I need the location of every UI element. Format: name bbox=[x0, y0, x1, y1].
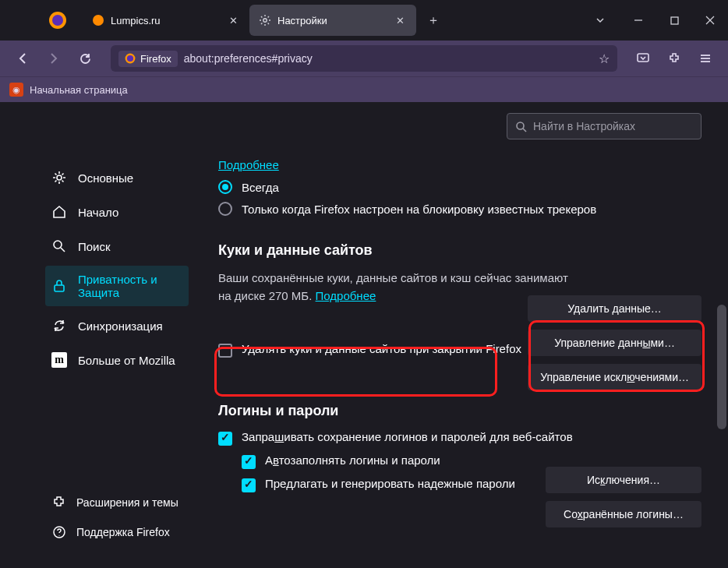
tab-title: Настройки bbox=[277, 15, 387, 26]
nav-toolbar: Firefox about:preferences#privacy ☆ bbox=[0, 41, 728, 76]
logins-buttons: Исключения… Сохранённые логины… bbox=[546, 467, 701, 527]
gear-icon bbox=[259, 14, 271, 26]
bookmark-label[interactable]: Начальная страница bbox=[30, 84, 128, 96]
checkbox-label: Запрашивать сохранение логинов и паролей… bbox=[242, 430, 573, 443]
radio-only-known[interactable]: Только когда Firefox настроен на блокиро… bbox=[218, 202, 701, 216]
scrollbar[interactable] bbox=[717, 211, 726, 563]
svg-line-15 bbox=[523, 129, 526, 132]
svg-point-1 bbox=[52, 15, 63, 26]
sidebar-item-privacy[interactable]: Приватность и Защита bbox=[45, 266, 189, 306]
search-icon bbox=[515, 121, 527, 132]
back-button[interactable] bbox=[9, 45, 36, 72]
titlebar: Lumpics.ru ✕ Настройки ✕ ＋ bbox=[0, 0, 728, 41]
checkbox-icon bbox=[218, 344, 232, 358]
sidebar-item-search[interactable]: Поиск bbox=[45, 231, 189, 261]
svg-rect-10 bbox=[638, 54, 648, 62]
svg-point-9 bbox=[127, 55, 133, 62]
url-text: about:preferences#privacy bbox=[184, 52, 592, 65]
radio-icon bbox=[218, 180, 232, 194]
logins-heading: Логины и пароли bbox=[218, 403, 701, 419]
tab-lumpics[interactable]: Lumpics.ru ✕ bbox=[83, 5, 249, 36]
tracking-more-link[interactable]: Подробнее bbox=[218, 158, 279, 171]
puzzle-icon bbox=[51, 495, 67, 510]
manage-exceptions-button[interactable]: Управление исключениями… bbox=[528, 364, 701, 390]
close-window-button[interactable] bbox=[692, 6, 728, 34]
svg-point-2 bbox=[93, 15, 104, 26]
home-icon bbox=[51, 204, 67, 220]
settings-search-wrap: Найти в Настройках bbox=[507, 113, 701, 139]
lock-icon bbox=[51, 278, 67, 294]
checkbox-label: Автозаполнять логины и пароли bbox=[265, 453, 440, 467]
menu-icon[interactable] bbox=[692, 45, 719, 72]
cookies-more-link[interactable]: Подробнее bbox=[316, 289, 376, 302]
sidebar-item-home[interactable]: Начало bbox=[45, 197, 189, 227]
help-icon bbox=[51, 524, 67, 540]
firefox-badge: Firefox bbox=[118, 51, 178, 67]
bookmarks-bar: ◉ Начальная страница bbox=[0, 76, 728, 102]
url-bar[interactable]: Firefox about:preferences#privacy ☆ bbox=[111, 45, 617, 72]
settings-main: Подробнее Всегда Только когда Firefox на… bbox=[203, 102, 728, 568]
sidebar-label: Синхронизация bbox=[78, 319, 163, 333]
sync-icon bbox=[51, 318, 67, 333]
minimize-button[interactable] bbox=[620, 6, 656, 34]
maximize-button[interactable] bbox=[656, 6, 692, 34]
checkbox-label: Удалять куки и данные сайтов при закрыти… bbox=[242, 342, 521, 355]
firefox-app-icon bbox=[47, 9, 69, 31]
close-icon[interactable]: ✕ bbox=[226, 13, 240, 27]
forward-button[interactable] bbox=[41, 45, 67, 72]
close-icon[interactable]: ✕ bbox=[393, 13, 407, 27]
checkbox-icon bbox=[242, 478, 256, 492]
logins-exceptions-button[interactable]: Исключения… bbox=[546, 467, 701, 493]
sidebar-item-sync[interactable]: Синхронизация bbox=[45, 311, 189, 340]
sidebar-label: Расширения и темы bbox=[76, 496, 178, 509]
sidebar-item-support[interactable]: Поддержка Firefox bbox=[45, 520, 185, 545]
sidebar-bottom: Расширения и темы Поддержка Firefox bbox=[45, 490, 185, 545]
settings-content: Найти в Настройках Основные Начало Поиск… bbox=[0, 102, 728, 568]
sidebar-label: Поиск bbox=[78, 240, 111, 253]
pocket-icon[interactable] bbox=[630, 45, 656, 72]
checkbox-label: Предлагать и генерировать надежные парол… bbox=[265, 477, 515, 490]
checkbox-icon bbox=[218, 432, 232, 446]
radio-label: Всегда bbox=[242, 181, 279, 194]
sidebar-label: Больше от Mozilla bbox=[78, 354, 175, 367]
tabs-dropdown-icon[interactable] bbox=[586, 6, 614, 34]
home-bookmark-icon: ◉ bbox=[9, 83, 23, 97]
radio-always[interactable]: Всегда bbox=[218, 180, 701, 194]
reload-button[interactable] bbox=[72, 45, 98, 72]
sidebar-item-extensions[interactable]: Расширения и темы bbox=[45, 490, 185, 515]
favicon-lumpics bbox=[92, 14, 104, 26]
svg-point-16 bbox=[57, 175, 62, 180]
tab-settings[interactable]: Настройки ✕ bbox=[249, 5, 416, 36]
search-icon bbox=[51, 238, 67, 254]
ask-save-logins-checkbox[interactable]: Запрашивать сохранение логинов и паролей… bbox=[218, 430, 624, 446]
extensions-icon[interactable] bbox=[661, 45, 687, 72]
checkbox-icon bbox=[242, 455, 256, 469]
saved-logins-button[interactable]: Сохранённые логины… bbox=[546, 501, 701, 527]
sidebar-item-mozilla[interactable]: m Больше от Mozilla bbox=[45, 345, 189, 375]
gear-icon bbox=[51, 170, 67, 185]
tab-title: Lumpics.ru bbox=[111, 15, 220, 26]
sidebar-label: Приватность и Защита bbox=[78, 273, 182, 299]
svg-point-14 bbox=[517, 122, 524, 129]
settings-search[interactable]: Найти в Настройках bbox=[507, 113, 701, 139]
clear-data-button[interactable]: Удалить данные… bbox=[528, 295, 701, 322]
radio-label: Только когда Firefox настроен на блокиро… bbox=[242, 203, 596, 216]
manage-data-button[interactable]: Управление данными… bbox=[528, 330, 701, 356]
bookmark-star-icon[interactable]: ☆ bbox=[599, 51, 610, 66]
new-tab-button[interactable]: ＋ bbox=[421, 8, 446, 33]
svg-rect-19 bbox=[55, 285, 64, 291]
scrollbar-thumb[interactable] bbox=[717, 305, 726, 429]
cookies-desc: Ваши сохранённые куки, данные сайтов и к… bbox=[218, 270, 577, 305]
sidebar-label: Основные bbox=[78, 171, 133, 185]
sidebar-label: Начало bbox=[78, 206, 118, 219]
cookies-heading: Куки и данные сайтов bbox=[218, 242, 701, 259]
sidebar-item-general[interactable]: Основные bbox=[45, 163, 189, 192]
window-controls bbox=[620, 6, 728, 34]
tab-strip: Lumpics.ru ✕ Настройки ✕ ＋ bbox=[83, 5, 586, 36]
badge-label: Firefox bbox=[140, 53, 171, 65]
sidebar-label: Поддержка Firefox bbox=[76, 526, 170, 538]
svg-point-3 bbox=[263, 19, 267, 22]
cookies-buttons: Удалить данные… Управление данными… Упра… bbox=[528, 295, 701, 390]
mozilla-icon: m bbox=[51, 352, 67, 368]
svg-line-18 bbox=[61, 248, 65, 252]
